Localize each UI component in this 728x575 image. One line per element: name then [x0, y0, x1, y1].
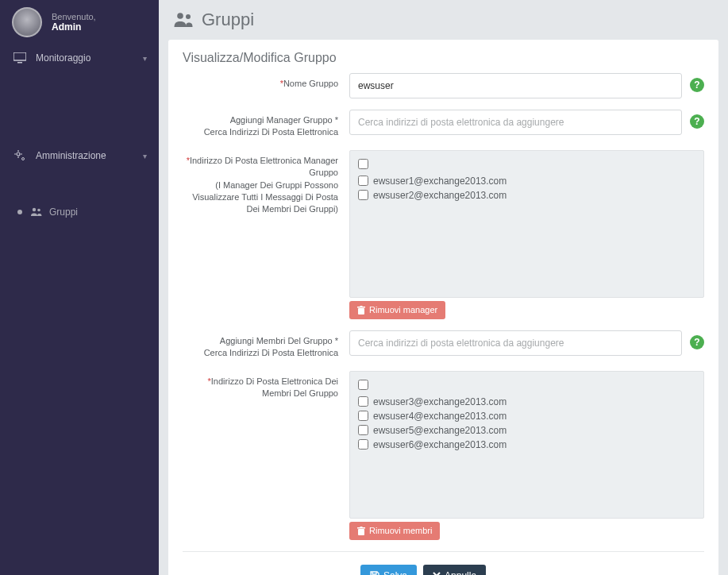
row-group-name: *Nome Gruppo ? [183, 73, 704, 98]
svg-point-9 [37, 209, 40, 212]
label-member-list: *Indirizzo Di Posta Elettronica Dei Memb… [183, 371, 349, 400]
row-add-manager: Aggiungi Manager Gruppo * Cerca Indirizz… [183, 110, 704, 139]
list-item[interactable]: ewsuser6@exchange2013.com [358, 438, 695, 452]
bullet-icon [17, 210, 22, 214]
sidebar-item-monitoring[interactable]: Monitoraggio ▾ [0, 44, 159, 71]
add-manager-input[interactable] [349, 110, 682, 135]
button-label: Rimuovi membri [369, 526, 432, 536]
main-content: Gruppi Visualizza/Modifica Gruppo *Nome … [159, 0, 728, 575]
avatar [12, 7, 42, 37]
welcome-label: Benvenuto, [52, 12, 96, 21]
chevron-down-icon: ▾ [143, 152, 147, 160]
remove-manager-button[interactable]: Rimuovi manager [349, 301, 445, 319]
footer-buttons: Salva Annulla [183, 552, 704, 575]
member-listbox[interactable]: ewsuser3@exchange2013.com ewsuser4@excha… [349, 371, 704, 519]
svg-point-10 [177, 13, 183, 19]
user-name: Admin [52, 21, 96, 33]
add-member-input[interactable] [349, 330, 682, 356]
label-text: Aggiungi Manager Gruppo * [183, 114, 338, 126]
select-all-row[interactable] [358, 378, 695, 392]
label-group-name: *Nome Gruppo [183, 73, 349, 90]
row-manager-list: *Indirizzo Di Posta Elettronica Manager … [183, 150, 704, 319]
page-title: Gruppi [202, 10, 254, 30]
item-checkbox[interactable] [358, 439, 368, 450]
users-icon [173, 12, 194, 28]
nav-label: Monitoraggio [36, 52, 91, 64]
item-checkbox[interactable] [358, 190, 368, 200]
remove-member-button[interactable]: Rimuovi membri [349, 522, 440, 540]
svg-rect-14 [360, 306, 363, 307]
item-email: ewsuser1@exchange2013.com [373, 176, 507, 187]
label-text: Indirizzo Di Posta Elettronica Manager G… [190, 156, 338, 177]
page-header: Gruppi [159, 0, 728, 35]
item-email: ewsuser2@exchange2013.com [373, 190, 507, 201]
nav-label: Gruppi [49, 206, 78, 218]
button-label: Salva [383, 570, 407, 575]
label-subtext: Cerca Indirizzi Di Posta Elettronica [183, 347, 338, 359]
users-icon [30, 207, 43, 217]
list-item[interactable]: ewsuser5@exchange2013.com [358, 423, 695, 438]
sidebar-item-groups[interactable]: Gruppi [0, 199, 159, 226]
nav-spacer [0, 170, 159, 199]
button-label: Annulla [445, 570, 476, 575]
user-text: Benvenuto, Admin [52, 12, 96, 33]
label-subtext: Cerca Indirizzi Di Posta Elettronica [183, 126, 338, 138]
help-icon[interactable]: ? [690, 78, 704, 92]
row-member-list: *Indirizzo Di Posta Elettronica Dei Memb… [183, 371, 704, 540]
button-label: Rimuovi manager [369, 305, 437, 315]
item-email: ewsuser5@exchange2013.com [373, 425, 507, 436]
gears-icon [12, 149, 28, 162]
svg-point-7 [22, 158, 25, 160]
svg-point-2 [17, 152, 20, 156]
monitor-icon [12, 52, 28, 64]
svg-rect-1 [17, 62, 22, 64]
svg-point-8 [33, 208, 36, 211]
manager-listbox[interactable]: ewsuser1@exchange2013.com ewsuser2@excha… [349, 150, 704, 298]
nav-label: Amministrazione [36, 150, 106, 161]
save-button[interactable]: Salva [360, 565, 417, 575]
svg-rect-12 [358, 308, 364, 315]
group-name-input[interactable] [349, 73, 682, 98]
trash-icon [357, 527, 365, 535]
cancel-button[interactable]: Annulla [423, 565, 486, 575]
save-icon [370, 571, 379, 575]
svg-rect-17 [360, 527, 363, 528]
item-checkbox[interactable] [358, 396, 368, 407]
item-email: ewsuser6@exchange2013.com [373, 439, 507, 450]
trash-icon [357, 306, 365, 315]
label-text: Indirizzo Di Posta Elettronica Dei Membr… [211, 376, 338, 398]
label-add-member: Aggiungi Membri Del Gruppo * Cerca Indir… [183, 330, 349, 360]
list-item[interactable]: ewsuser3@exchange2013.com [358, 395, 695, 409]
label-manager-list: *Indirizzo Di Posta Elettronica Manager … [183, 150, 349, 216]
label-text: Aggiungi Membri Del Gruppo * [183, 335, 338, 347]
help-icon[interactable]: ? [690, 114, 704, 129]
label-add-manager: Aggiungi Manager Gruppo * Cerca Indirizz… [183, 110, 349, 139]
row-add-member: Aggiungi Membri Del Gruppo * Cerca Indir… [183, 330, 704, 360]
help-icon[interactable]: ? [690, 335, 704, 349]
panel: Visualizza/Modifica Gruppo *Nome Gruppo … [168, 40, 718, 575]
list-item[interactable]: ewsuser1@exchange2013.com [358, 174, 695, 188]
sidebar-item-administration[interactable]: Amministrazione ▾ [0, 141, 159, 170]
item-checkbox[interactable] [358, 176, 368, 186]
label-subtext: (I Manager Dei Gruppi Possono Visualizza… [183, 179, 338, 216]
select-all-checkbox[interactable] [358, 159, 368, 169]
item-checkbox[interactable] [358, 425, 368, 435]
select-all-checkbox[interactable] [358, 380, 368, 390]
list-item[interactable]: ewsuser4@exchange2013.com [358, 409, 695, 423]
svg-point-11 [186, 14, 191, 19]
item-email: ewsuser4@exchange2013.com [373, 411, 507, 422]
label-text: Nome Gruppo [283, 79, 338, 88]
svg-rect-15 [358, 529, 364, 535]
sidebar: Benvenuto, Admin Monitoraggio ▾ Amminist… [0, 0, 159, 575]
close-icon [433, 572, 441, 575]
nav-spacer [0, 71, 159, 141]
item-checkbox[interactable] [358, 411, 368, 421]
select-all-row[interactable] [358, 157, 695, 171]
panel-title: Visualizza/Modifica Gruppo [183, 51, 704, 73]
item-email: ewsuser3@exchange2013.com [373, 396, 507, 407]
svg-rect-0 [13, 52, 26, 60]
chevron-down-icon: ▾ [143, 54, 147, 63]
sidebar-user-block: Benvenuto, Admin [0, 0, 159, 44]
list-item[interactable]: ewsuser2@exchange2013.com [358, 188, 695, 203]
